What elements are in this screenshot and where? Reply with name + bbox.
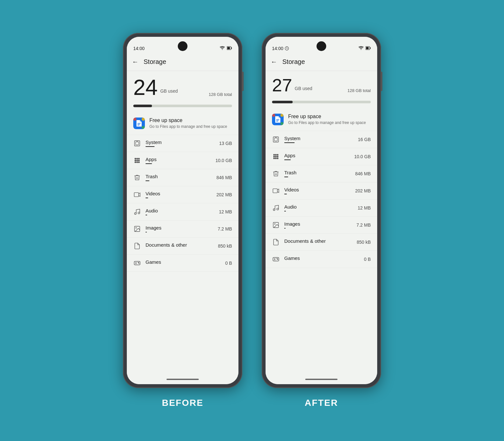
back-button-after[interactable]: ← — [271, 58, 277, 66]
item-name-games-before: Games — [146, 259, 221, 265]
list-item-system-before[interactable]: System 13 GB — [127, 135, 238, 152]
item-bar-audio-before — [146, 215, 147, 215]
free-up-card-after[interactable]: Free up space Go to Files app to manage … — [266, 108, 377, 131]
item-name-system-after: System — [284, 136, 353, 141]
phone-inner-after: 14:00 — [266, 37, 377, 384]
list-item-images-before[interactable]: Images 7.2 MB — [127, 221, 238, 238]
svg-point-15 — [138, 158, 140, 159]
list-item-games-after[interactable]: Games 0 B — [266, 251, 377, 268]
apps-icon-before — [133, 157, 141, 164]
back-button-before[interactable]: ← — [132, 58, 138, 66]
list-item-docs-before[interactable]: Documents & other 850 kB — [127, 238, 238, 255]
list-item-trash-before[interactable]: Trash 846 MB — [127, 169, 238, 186]
list-item-games-before[interactable]: Games 0 B — [127, 255, 238, 272]
item-name-audio-after: Audio — [284, 204, 353, 210]
item-content-audio-before: Audio — [146, 208, 215, 215]
list-item-videos-before[interactable]: Videos 202 MB — [127, 186, 238, 203]
list-item-trash-after[interactable]: Trash 846 MB — [266, 165, 377, 182]
item-size-videos-before: 202 MB — [217, 192, 232, 197]
item-bar-apps-before — [146, 163, 152, 164]
list-item-audio-before[interactable]: Audio 12 MB — [127, 203, 238, 221]
svg-point-31 — [138, 262, 139, 263]
storage-total-before: 128 GB total — [209, 92, 232, 98]
list-item-apps-after[interactable]: Apps 10.0 GB — [266, 148, 377, 165]
svg-point-48 — [275, 154, 277, 155]
item-name-videos-after: Videos — [284, 187, 351, 192]
games-icon-before — [133, 259, 141, 267]
svg-rect-6 — [137, 125, 139, 126]
wifi-icon-after — [358, 46, 364, 51]
storage-big-num-before: 24 — [133, 76, 158, 98]
free-up-text-before: Free up space Go to Files app to manage … — [149, 118, 227, 129]
documents-icon-after — [272, 238, 280, 246]
svg-point-53 — [274, 158, 275, 159]
item-bar-images-before — [146, 232, 147, 232]
status-time-after: 14:00 — [272, 46, 289, 51]
svg-point-26 — [136, 227, 136, 228]
item-content-trash-after: Trash — [284, 170, 351, 177]
list-item-images-after[interactable]: Images 7.2 MB — [266, 217, 377, 234]
list-item-system-after[interactable]: System 16 GB — [266, 131, 377, 148]
storage-header-after: 27 GB used 128 GB total — [266, 76, 377, 98]
content-after: 27 GB used 128 GB total — [266, 71, 377, 374]
item-name-images-before: Images — [146, 225, 213, 231]
page-title-after: Storage — [282, 58, 305, 66]
item-content-docs-after: Documents & other — [284, 238, 352, 246]
svg-rect-5 — [137, 124, 140, 125]
item-name-docs-before: Documents & other — [146, 242, 213, 248]
after-phone: 14:00 — [262, 33, 381, 388]
svg-rect-36 — [366, 47, 369, 49]
svg-rect-7 — [133, 118, 136, 121]
documents-icon-before — [133, 242, 141, 250]
svg-point-57 — [273, 209, 275, 211]
item-name-videos-before: Videos — [146, 191, 212, 196]
svg-point-14 — [136, 158, 138, 159]
item-content-games-after: Games — [284, 255, 359, 263]
list-item-videos-after[interactable]: Videos 202 MB — [266, 182, 377, 200]
progress-fill-before — [133, 105, 152, 107]
item-content-system-before: System — [146, 139, 215, 147]
page-title-before: Storage — [144, 58, 166, 66]
progress-bar-before — [133, 105, 232, 107]
list-item-audio-after[interactable]: Audio 12 MB — [266, 200, 377, 217]
item-content-docs-before: Documents & other — [146, 242, 213, 250]
videos-icon-before — [133, 191, 141, 199]
svg-point-55 — [277, 158, 278, 159]
item-content-images-after: Images — [284, 221, 352, 229]
free-up-card-before[interactable]: Free up space Go to Files app to manage … — [127, 112, 238, 135]
item-bar-system-before — [146, 146, 155, 147]
item-name-apps-after: Apps — [284, 153, 350, 158]
files-icon-after — [272, 114, 284, 125]
images-icon-after — [272, 221, 280, 229]
storage-total-after: 128 GB total — [348, 88, 371, 94]
svg-rect-39 — [276, 120, 279, 121]
svg-rect-40 — [276, 121, 278, 122]
storage-big-num-after: 27 — [272, 76, 292, 94]
item-size-system-after: 16 GB — [358, 137, 371, 142]
item-size-images-after: 7.2 MB — [357, 222, 371, 228]
free-up-title-after: Free up space — [288, 114, 366, 119]
free-up-title-before: Free up space — [149, 118, 227, 123]
wifi-icon-before — [220, 46, 225, 51]
list-item-apps-before[interactable]: Apps 10.0 GB — [127, 152, 238, 169]
svg-rect-8 — [142, 118, 145, 121]
svg-point-21 — [138, 161, 140, 163]
list-item-docs-after[interactable]: Documents & other 850 kB — [266, 234, 377, 251]
item-content-videos-before: Videos — [146, 191, 212, 198]
svg-rect-1 — [231, 47, 232, 49]
item-size-audio-before: 12 MB — [219, 209, 232, 214]
before-phone: 14:00 — [123, 33, 242, 388]
svg-rect-45 — [274, 138, 277, 141]
item-name-images-after: Images — [284, 221, 352, 227]
item-size-apps-before: 10.0 GB — [216, 158, 232, 163]
item-size-apps-after: 10.0 GB — [354, 154, 371, 159]
audio-icon-before — [133, 208, 141, 216]
item-name-games-after: Games — [284, 255, 359, 261]
svg-rect-38 — [276, 119, 279, 120]
svg-point-23 — [135, 213, 136, 215]
trash-icon-before — [133, 174, 141, 181]
svg-rect-35 — [370, 47, 371, 49]
storage-list-after: System 16 GB Apps — [266, 131, 377, 268]
svg-rect-4 — [137, 123, 141, 124]
svg-rect-43 — [280, 122, 284, 125]
